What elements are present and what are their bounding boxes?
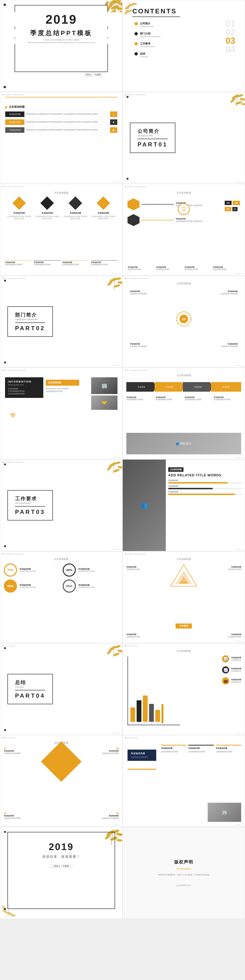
stat-sub-2: 点击添加您的文字内容 [78,570,95,573]
prog-1-bar [168,482,242,484]
watermark: sucai999.com [112,732,121,734]
center-diamond [41,741,81,782]
dept-subtitle: 点击添加标题 [177,282,191,285]
end-content: 2019 演讲结束，谢谢观看！ 演讲人：千图网 [0,842,122,869]
sd-item-4: 04专业知识内容点击添加文字内容说明 [92,812,119,819]
dot-bl2 [4,361,6,363]
slide-subtitle: 点击添加标题 [177,191,191,194]
slide-company-text: ◆ 公司简介 company profile 点击添加标题 专业知识内容 专业知… [0,92,123,184]
text-content: 专业知识内容 专业知识内容 点击添加您的文字内容专业知识内容 点击添加您的文字内… [5,111,118,133]
tag-ef: EF [225,207,231,211]
row-label-2: 专业知识内容 [5,119,24,125]
cover-title-cn: 季度总结PPT模板 [0,29,122,37]
circular-layout: 点击 专业知识内容点击添加文字内容说明 专业知识内容点击添加文字内容说明 专业知… [127,288,240,350]
slide-dept-info: ◆ 部门 Department introduction INFORMATION… [0,368,123,460]
svg-text:点击: 点击 [181,318,186,320]
ci2-cn: 部门介绍 [140,32,160,35]
slide-part02-header: ◆ 部门 Department introduction 部门简介 Depart… [0,275,123,368]
bar-label-5: Q5 [157,722,159,724]
tag-row-2: EF U [225,207,240,211]
slide-summary-diamonds: ◆ 总结 summary 点击添加标题 01专业知识内容点击添加文字内容说明 0… [0,735,123,827]
watermark: sucai999.com [234,732,243,734]
sec2-cn: 部门简介 [15,312,45,318]
cover-subtitle: 工作总结 环保 商务 数据分析 电子商务 动态图表 Work environme… [0,38,122,44]
prog-3-bar [168,493,242,495]
stat-3: 90% 专业知识内容 点击添加您的文字内容 [4,579,60,593]
bottom-blocks: 专业知识内容点击添加文字内容 专业知识内容点击添加文字内容 专业知识内容点击添加… [127,266,240,270]
row-icon-2: ✦ [110,119,117,125]
dot-end-tl [4,831,6,833]
slide-job-circles: ◆ 工作要求 Job requirement 点击添加标题 75% 专业知识内容… [0,551,123,643]
prog-1-fill [168,482,228,484]
watermark: sucai999.com [234,641,243,642]
tag-boxes: AD CW EF U [225,201,240,211]
bb-1: 专业知识内容点击添加文字内容 [127,266,154,270]
sd-item-3: 03专业知识内容点击添加文字内容说明 [4,812,30,819]
copyright-divider [177,869,191,869]
slide-ending: 2019 演讲结束，谢谢观看！ 演讲人：千图网 [0,827,123,919]
slide-cover: 2019 季度总结PPT模板 工作总结 环保 商务 数据分析 电子商务 动态图表… [0,0,123,92]
d2-title: 专业知识内容 [35,212,59,215]
svg-point-25 [241,103,245,105]
bar-label-2: Q2 [138,722,140,724]
rc2-body: 点击添加您的文字内容 [188,751,214,753]
photo-1: 🏢 [91,377,118,394]
sec2-num: PART02 [15,325,45,332]
watermark: sucai999.com [234,457,243,458]
diamond-item-3: 专业知识内容 点击添加您的文字内容 点击添加您的文字内容 [64,198,88,220]
slide-label: ◆ 公司简介 company profile [2,94,23,96]
bar-4: Q4 [149,704,154,724]
add-related-tag: 点击添加标题 [168,467,183,472]
section-en: company profile [138,134,168,137]
info-sub: Always greatful to life [8,384,40,386]
icon-text-1: 专业知识内容点击添加文字 [231,657,241,661]
bottom-text-rows: 专业知识内容点击添加您的文字内容 专业知识内容点击添加您的文字内容 专业知识内容… [5,260,118,266]
bar-2: Q2 [137,700,142,724]
dot-tl3 [4,463,6,465]
ci2-en: Department introduction [140,35,160,38]
section-frame-3: 工作要求 Job requirement PART03 [7,490,53,520]
arrow-texts: 专业知识内容点击添加您的文字内容 专业知识内容点击添加您的文字内容 专业知识内容… [126,396,241,401]
prog-1: 专业知识内容 [168,479,242,484]
summary-photo: 🏢 [208,803,241,822]
slide-label: ◆ 公司简介 company profile [2,185,23,188]
dot-tl4 [4,647,6,649]
watermark: sucai999.com [234,824,243,826]
sec3-line [15,506,45,507]
row-text-3: 专业知识内容 点击添加您的文字内容专业知识内容 点击添加您的文字内容专业知识内容… [24,127,110,133]
accent-diamond [5,106,7,109]
slide-label: ◆ 总结 summary [125,737,138,739]
sec3-en: Job requirement [15,502,45,504]
bar-fill-3 [143,695,148,722]
dot-tl2 [4,280,6,282]
d1-title: 专业知识内容 [7,212,31,215]
photo-2: 🤝 [91,396,118,410]
bar-fill-4 [149,704,154,722]
slide-label: ◆ 部门 Department introduction [125,277,149,280]
tri-item-1: 专业知识内容点击添加文字内容 [126,566,150,571]
watermark: sucai999.com [112,181,121,183]
slide-part01-header: ◆ 公司简介 company profile 公司简介 company prof… [123,92,245,184]
bt-4: 专业知识内容点击添加您的文字内容 [91,260,118,266]
bar-5: Q5 [155,710,160,724]
icon-circle-2: 📈 [222,667,229,673]
fleur-icon: ✾ [10,411,16,419]
top-border [5,97,118,97]
stat-label-3: 专业知识内容 [19,584,36,586]
bt-2: 专业知识内容点击添加您的文字内容 [34,260,60,266]
summary-icon-2: 📈 专业知识内容点击添加文字 [222,667,241,673]
rc2-title: 专业知识内容 [188,747,214,749]
slide-part04-header: ◆ 总结 summary 总结 summary PART04 sucai999.… [0,643,123,735]
slide-contents: CONTENTS 公司简介 company profile 部门介绍 Depar… [123,0,245,92]
arrow-2: 专业内容 [154,382,185,392]
bar-fill-6 [162,704,164,723]
prog-1-label: 专业知识内容 [168,479,242,482]
diamond-3 [134,42,138,46]
rc1-body: 点击添加您的文字内容 [161,751,186,753]
circle-stats: 75% 专业知识内容 点击添加您的文字内容 48% 专业知识内容 点击添加您的文… [4,563,119,593]
sec2-line [15,323,45,323]
prog-3: 专业知识内容 [168,491,242,495]
tag-row-1: AD CW [225,201,240,205]
end-thanks: 演讲结束，谢谢观看！ [0,854,122,859]
slide-summary-ribbon: ◆ 总结 summary 专业知识内容 点击添加文字内容说明 专业知识内容 点击… [123,735,245,827]
